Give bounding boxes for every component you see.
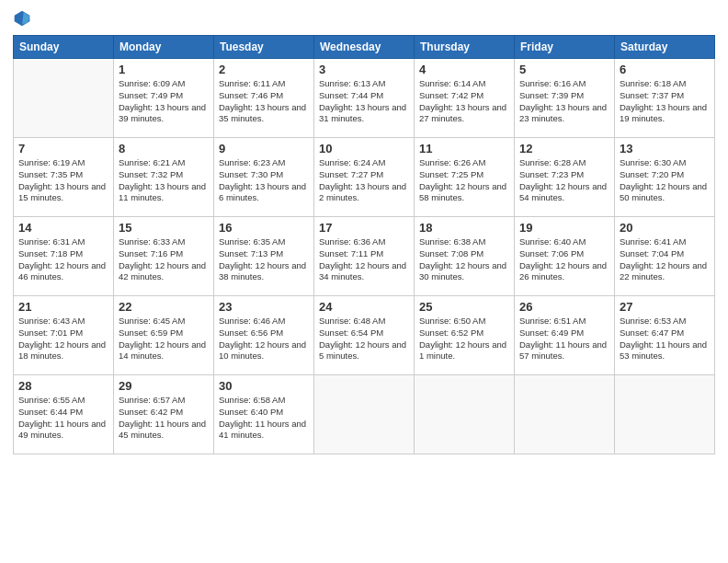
daylight-text: Daylight: 12 hours and 42 minutes. (119, 260, 206, 282)
cell-info: Sunrise: 6:55 AMSunset: 6:44 PMDaylight:… (18, 395, 108, 442)
calendar-cell: 2Sunrise: 6:11 AMSunset: 7:46 PMDaylight… (214, 59, 314, 138)
calendar-cell: 11Sunrise: 6:26 AMSunset: 7:25 PMDayligh… (415, 138, 515, 217)
calendar-cell: 20Sunrise: 6:41 AMSunset: 7:04 PMDayligh… (615, 217, 715, 296)
weekday-header-thursday: Thursday (415, 36, 515, 59)
calendar-cell: 14Sunrise: 6:31 AMSunset: 7:18 PMDayligh… (14, 217, 114, 296)
cell-info: Sunrise: 6:11 AMSunset: 7:46 PMDaylight:… (219, 78, 309, 125)
daylight-text: Daylight: 13 hours and 6 minutes. (219, 181, 306, 203)
sunrise-text: Sunrise: 6:18 AM (620, 78, 686, 88)
sunrise-text: Sunrise: 6:50 AM (419, 316, 485, 326)
daylight-text: Daylight: 12 hours and 22 minutes. (620, 260, 707, 282)
calendar-cell: 24Sunrise: 6:48 AMSunset: 6:54 PMDayligh… (314, 296, 415, 375)
calendar-table: SundayMondayTuesdayWednesdayThursdayFrid… (13, 35, 715, 454)
calendar-cell: 27Sunrise: 6:53 AMSunset: 6:47 PMDayligh… (615, 296, 715, 375)
date-number: 5 (519, 63, 609, 76)
sunrise-text: Sunrise: 6:55 AM (18, 395, 85, 405)
calendar-cell: 4Sunrise: 6:14 AMSunset: 7:42 PMDaylight… (415, 59, 515, 138)
calendar-cell: 25Sunrise: 6:50 AMSunset: 6:52 PMDayligh… (415, 296, 515, 375)
daylight-text: Daylight: 12 hours and 10 minutes. (219, 339, 306, 362)
daylight-text: Daylight: 12 hours and 30 minutes. (419, 260, 506, 282)
sunrise-text: Sunrise: 6:31 AM (18, 236, 85, 247)
sunrise-text: Sunrise: 6:57 AM (119, 395, 185, 405)
logo-icon (13, 9, 31, 28)
date-number: 13 (620, 142, 710, 155)
sunset-text: Sunset: 7:44 PM (319, 90, 383, 100)
cell-info: Sunrise: 6:53 AMSunset: 6:47 PMDaylight:… (620, 316, 710, 362)
cell-info: Sunrise: 6:48 AMSunset: 6:54 PMDaylight:… (319, 316, 409, 362)
date-number: 27 (620, 300, 710, 314)
sunset-text: Sunset: 7:13 PM (219, 248, 283, 259)
sunrise-text: Sunrise: 6:23 AM (219, 157, 285, 167)
sunset-text: Sunset: 7:49 PM (119, 90, 183, 100)
date-number: 28 (18, 379, 108, 393)
weekday-header-wednesday: Wednesday (314, 36, 415, 59)
sunrise-text: Sunrise: 6:51 AM (519, 316, 586, 326)
sunset-text: Sunset: 6:44 PM (18, 407, 83, 417)
calendar-cell: 21Sunrise: 6:43 AMSunset: 7:01 PMDayligh… (14, 296, 114, 375)
sunset-text: Sunset: 6:42 PM (119, 407, 183, 417)
date-number: 15 (119, 221, 209, 235)
sunset-text: Sunset: 7:04 PM (620, 248, 684, 259)
daylight-text: Daylight: 12 hours and 18 minutes. (18, 339, 106, 362)
date-number: 3 (319, 63, 409, 76)
sunset-text: Sunset: 7:39 PM (519, 90, 584, 100)
cell-info: Sunrise: 6:23 AMSunset: 7:30 PMDaylight:… (219, 157, 309, 204)
cell-info: Sunrise: 6:46 AMSunset: 6:56 PMDaylight:… (219, 316, 309, 362)
date-number: 8 (119, 142, 209, 155)
cell-info: Sunrise: 6:19 AMSunset: 7:35 PMDaylight:… (18, 157, 108, 204)
sunset-text: Sunset: 7:25 PM (419, 169, 483, 179)
calendar-cell: 29Sunrise: 6:57 AMSunset: 6:42 PMDayligh… (114, 375, 214, 454)
sunset-text: Sunset: 7:42 PM (419, 90, 483, 100)
daylight-text: Daylight: 13 hours and 19 minutes. (620, 102, 707, 124)
sunset-text: Sunset: 7:35 PM (18, 169, 83, 179)
daylight-text: Daylight: 11 hours and 41 minutes. (219, 419, 306, 441)
cell-info: Sunrise: 6:13 AMSunset: 7:44 PMDaylight:… (319, 78, 409, 125)
sunrise-text: Sunrise: 6:48 AM (319, 316, 385, 326)
daylight-text: Daylight: 12 hours and 54 minutes. (519, 181, 607, 203)
date-number: 30 (219, 379, 309, 393)
weekday-header-tuesday: Tuesday (214, 36, 314, 59)
sunset-text: Sunset: 6:49 PM (519, 327, 584, 338)
sunset-text: Sunset: 7:23 PM (519, 169, 584, 179)
daylight-text: Daylight: 12 hours and 58 minutes. (419, 181, 506, 203)
cell-info: Sunrise: 6:30 AMSunset: 7:20 PMDaylight:… (620, 157, 710, 204)
cell-info: Sunrise: 6:43 AMSunset: 7:01 PMDaylight:… (18, 316, 108, 362)
daylight-text: Daylight: 12 hours and 26 minutes. (519, 260, 607, 282)
cell-info: Sunrise: 6:24 AMSunset: 7:27 PMDaylight:… (319, 157, 409, 204)
sunrise-text: Sunrise: 6:14 AM (419, 78, 485, 88)
date-number: 9 (219, 142, 309, 155)
calendar-cell (314, 375, 415, 454)
calendar-cell: 17Sunrise: 6:36 AMSunset: 7:11 PMDayligh… (314, 217, 415, 296)
daylight-text: Daylight: 13 hours and 2 minutes. (319, 181, 406, 203)
sunrise-text: Sunrise: 6:24 AM (319, 157, 385, 167)
date-number: 2 (219, 63, 309, 76)
calendar-cell (615, 375, 715, 454)
cell-info: Sunrise: 6:50 AMSunset: 6:52 PMDaylight:… (419, 316, 509, 362)
calendar-cell: 3Sunrise: 6:13 AMSunset: 7:44 PMDaylight… (314, 59, 415, 138)
date-number: 7 (18, 142, 108, 155)
calendar-cell: 1Sunrise: 6:09 AMSunset: 7:49 PMDaylight… (114, 59, 214, 138)
sunset-text: Sunset: 6:52 PM (419, 327, 483, 338)
sunrise-text: Sunrise: 6:35 AM (219, 236, 285, 247)
sunset-text: Sunset: 6:47 PM (620, 327, 684, 338)
daylight-text: Daylight: 13 hours and 35 minutes. (219, 102, 306, 124)
date-number: 20 (620, 221, 710, 235)
cell-info: Sunrise: 6:51 AMSunset: 6:49 PMDaylight:… (519, 316, 609, 362)
sunset-text: Sunset: 7:18 PM (18, 248, 83, 259)
daylight-text: Daylight: 12 hours and 14 minutes. (119, 339, 206, 362)
sunrise-text: Sunrise: 6:53 AM (620, 316, 686, 326)
sunrise-text: Sunrise: 6:41 AM (620, 236, 686, 247)
sunset-text: Sunset: 7:46 PM (219, 90, 283, 100)
week-row-4: 28Sunrise: 6:55 AMSunset: 6:44 PMDayligh… (14, 375, 715, 454)
sunrise-text: Sunrise: 6:16 AM (519, 78, 586, 88)
calendar-cell: 5Sunrise: 6:16 AMSunset: 7:39 PMDaylight… (515, 59, 615, 138)
sunrise-text: Sunrise: 6:38 AM (419, 236, 485, 247)
sunrise-text: Sunrise: 6:30 AM (620, 157, 686, 167)
date-number: 4 (419, 63, 509, 76)
cell-info: Sunrise: 6:09 AMSunset: 7:49 PMDaylight:… (119, 78, 209, 125)
cell-info: Sunrise: 6:28 AMSunset: 7:23 PMDaylight:… (519, 157, 609, 204)
daylight-text: Daylight: 12 hours and 34 minutes. (319, 260, 406, 282)
date-number: 21 (18, 300, 108, 314)
sunset-text: Sunset: 6:40 PM (219, 407, 283, 417)
sunset-text: Sunset: 6:56 PM (219, 327, 283, 338)
